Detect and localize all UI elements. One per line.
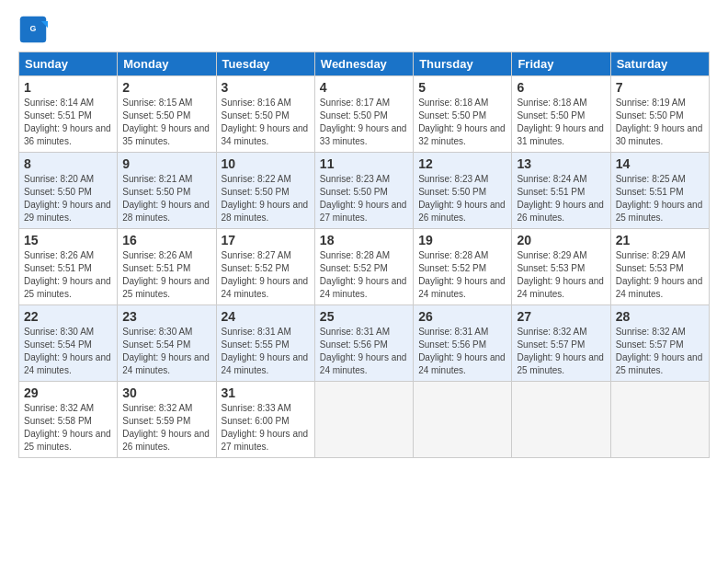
calendar-day-27: 27Sunrise: 8:32 AMSunset: 5:57 PMDayligh… xyxy=(512,305,610,382)
empty-cell xyxy=(414,382,512,458)
empty-cell xyxy=(512,382,610,458)
calendar-day-28: 28Sunrise: 8:32 AMSunset: 5:57 PMDayligh… xyxy=(610,305,709,382)
svg-text:G: G xyxy=(30,24,37,33)
calendar-day-22: 22Sunrise: 8:30 AMSunset: 5:54 PMDayligh… xyxy=(19,305,118,382)
weekday-header-wednesday: Wednesday xyxy=(314,52,413,76)
calendar-day-25: 25Sunrise: 8:31 AMSunset: 5:56 PMDayligh… xyxy=(314,305,413,382)
calendar-day-9: 9Sunrise: 8:21 AMSunset: 5:50 PMDaylight… xyxy=(118,153,216,229)
logo-icon: G xyxy=(18,15,48,44)
calendar-day-26: 26Sunrise: 8:31 AMSunset: 5:56 PMDayligh… xyxy=(414,305,512,382)
logo: G xyxy=(18,15,51,44)
calendar-day-23: 23Sunrise: 8:30 AMSunset: 5:54 PMDayligh… xyxy=(118,305,216,382)
calendar-day-24: 24Sunrise: 8:31 AMSunset: 5:55 PMDayligh… xyxy=(216,305,314,382)
calendar-day-2: 2Sunrise: 8:15 AMSunset: 5:50 PMDaylight… xyxy=(118,76,216,153)
weekday-header-thursday: Thursday xyxy=(414,52,512,76)
calendar-day-21: 21Sunrise: 8:29 AMSunset: 5:53 PMDayligh… xyxy=(610,229,709,305)
empty-cell xyxy=(610,382,709,458)
calendar-day-11: 11Sunrise: 8:23 AMSunset: 5:50 PMDayligh… xyxy=(314,153,413,229)
calendar-day-31: 31Sunrise: 8:33 AMSunset: 6:00 PMDayligh… xyxy=(216,382,314,458)
calendar-day-20: 20Sunrise: 8:29 AMSunset: 5:53 PMDayligh… xyxy=(512,229,610,305)
calendar-day-29: 29Sunrise: 8:32 AMSunset: 5:58 PMDayligh… xyxy=(19,382,118,458)
page-header: G xyxy=(18,15,710,44)
weekday-header-tuesday: Tuesday xyxy=(216,52,314,76)
calendar-table: SundayMondayTuesdayWednesdayThursdayFrid… xyxy=(18,52,710,458)
calendar-day-5: 5Sunrise: 8:18 AMSunset: 5:50 PMDaylight… xyxy=(414,76,512,153)
calendar-day-10: 10Sunrise: 8:22 AMSunset: 5:50 PMDayligh… xyxy=(216,153,314,229)
calendar-day-13: 13Sunrise: 8:24 AMSunset: 5:51 PMDayligh… xyxy=(512,153,610,229)
calendar-day-3: 3Sunrise: 8:16 AMSunset: 5:50 PMDaylight… xyxy=(216,76,314,153)
weekday-header-sunday: Sunday xyxy=(19,52,118,76)
calendar-day-16: 16Sunrise: 8:26 AMSunset: 5:51 PMDayligh… xyxy=(118,229,216,305)
calendar-day-30: 30Sunrise: 8:32 AMSunset: 5:59 PMDayligh… xyxy=(118,382,216,458)
calendar-day-18: 18Sunrise: 8:28 AMSunset: 5:52 PMDayligh… xyxy=(314,229,413,305)
calendar-day-8: 8Sunrise: 8:20 AMSunset: 5:50 PMDaylight… xyxy=(19,153,118,229)
calendar-day-14: 14Sunrise: 8:25 AMSunset: 5:51 PMDayligh… xyxy=(610,153,709,229)
calendar-day-17: 17Sunrise: 8:27 AMSunset: 5:52 PMDayligh… xyxy=(216,229,314,305)
empty-cell xyxy=(314,382,413,458)
weekday-header-monday: Monday xyxy=(118,52,216,76)
weekday-header-saturday: Saturday xyxy=(610,52,709,76)
calendar-day-1: 1Sunrise: 8:14 AMSunset: 5:51 PMDaylight… xyxy=(19,76,118,153)
calendar-day-4: 4Sunrise: 8:17 AMSunset: 5:50 PMDaylight… xyxy=(314,76,413,153)
weekday-header-friday: Friday xyxy=(512,52,610,76)
calendar-day-7: 7Sunrise: 8:19 AMSunset: 5:50 PMDaylight… xyxy=(610,76,709,153)
calendar-day-15: 15Sunrise: 8:26 AMSunset: 5:51 PMDayligh… xyxy=(19,229,118,305)
calendar-day-6: 6Sunrise: 8:18 AMSunset: 5:50 PMDaylight… xyxy=(512,76,610,153)
calendar-day-19: 19Sunrise: 8:28 AMSunset: 5:52 PMDayligh… xyxy=(414,229,512,305)
calendar-day-12: 12Sunrise: 8:23 AMSunset: 5:50 PMDayligh… xyxy=(414,153,512,229)
